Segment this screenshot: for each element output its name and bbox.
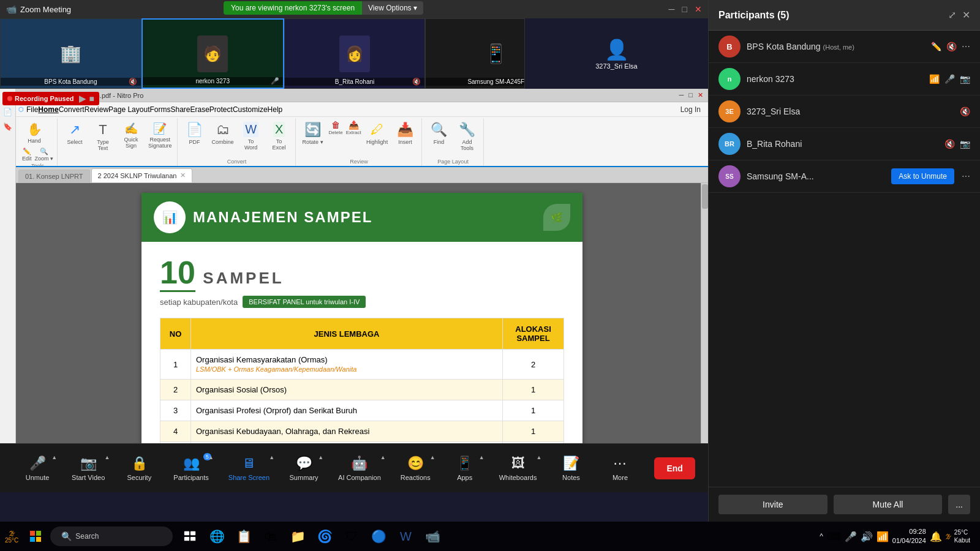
start-button[interactable] bbox=[23, 527, 48, 546]
ribbon-btn-insert[interactable]: 📥 Insert bbox=[392, 119, 419, 148]
taskbar-search-box[interactable]: 🔍 Search bbox=[50, 527, 173, 546]
taskbar-icon-word[interactable]: W bbox=[393, 524, 418, 549]
tray-mic[interactable]: 🎤 bbox=[845, 531, 857, 542]
participants-caret[interactable]: ▲ bbox=[208, 454, 214, 460]
maximize-button[interactable]: □ bbox=[682, 4, 687, 14]
menu-convert[interactable]: Convert bbox=[59, 105, 85, 114]
ribbon-btn-select[interactable]: ↗ Select bbox=[61, 119, 88, 148]
nitro-maximize[interactable]: □ bbox=[688, 91, 693, 99]
zoom-tool-security[interactable]: 🔒 Security bbox=[115, 451, 164, 486]
ribbon-btn-hand[interactable]: ✋ Hand bbox=[21, 119, 48, 146]
zoom-tool-share[interactable]: 🖥 Share Screen ▲ bbox=[219, 451, 279, 486]
apps-caret[interactable]: ▲ bbox=[479, 454, 484, 460]
ribbon-btn-toexcel[interactable]: X ToExcel bbox=[266, 119, 293, 153]
ai-caret[interactable]: ▲ bbox=[380, 454, 386, 460]
tab-konsep[interactable]: 01. Konsep LNPRT bbox=[18, 170, 90, 182]
taskbar-icon-teams[interactable]: 📋 bbox=[232, 524, 256, 549]
zoom-tool-notes[interactable]: 📝 Notes bbox=[546, 451, 595, 486]
ribbon-btn-rotate[interactable]: 🔄 Rotate ▾ bbox=[300, 119, 326, 148]
ribbon-btn-quicksign[interactable]: ✍ QuickSign bbox=[118, 119, 145, 151]
share-caret[interactable]: ▲ bbox=[269, 454, 274, 460]
menu-help[interactable]: Help bbox=[268, 105, 283, 114]
video-thumb-bps[interactable]: 🏢 BPS Kota Bandung 🔇 bbox=[0, 18, 141, 89]
ribbon-btn-pdf[interactable]: 📄 PDF bbox=[181, 119, 208, 148]
nitro-close[interactable]: ✕ bbox=[698, 91, 703, 99]
more-icon-bps[interactable]: ⋯ bbox=[962, 42, 970, 51]
taskbar-icon-antivirus[interactable]: 🛡 bbox=[339, 524, 364, 549]
reactions-caret[interactable]: ▲ bbox=[430, 454, 435, 460]
menu-home[interactable]: Home bbox=[38, 105, 58, 114]
tab-sklnp-close[interactable]: ✕ bbox=[180, 171, 186, 179]
pdf-viewer[interactable]: 📊 MANAJEMEN SAMPEL 🌿 10 SAMPEL setiap ka… bbox=[16, 183, 708, 457]
participant-elsa[interactable]: 3E 3273_Sri Elsa 🔇 bbox=[709, 96, 980, 128]
taskbar-icon-store[interactable]: 🛍 bbox=[258, 524, 283, 549]
ribbon-btn-combine[interactable]: 🗂 Combine bbox=[209, 119, 236, 148]
ribbon-btn-zoom[interactable]: 🔍 Zoom ▾ bbox=[34, 146, 55, 163]
tray-keyboard[interactable]: ⌨ bbox=[827, 531, 841, 542]
zoom-tool-participants[interactable]: 👥 Participants 5 ▲ bbox=[164, 451, 218, 486]
zoom-tool-apps[interactable]: 📱 Apps ▲ bbox=[440, 451, 489, 486]
ask-unmute-btn[interactable]: Ask to Unmute bbox=[891, 168, 954, 184]
tray-volume[interactable]: 🔊 bbox=[861, 531, 873, 542]
participant-brita[interactable]: BR B_Rita Rohani 🔇 📷 bbox=[709, 128, 980, 160]
ribbon-btn-find[interactable]: 🔍 Find bbox=[426, 119, 453, 148]
zoom-tool-video[interactable]: 📷 Start Video ▲ bbox=[62, 451, 115, 486]
zoom-tool-ai[interactable]: 🤖 AI Companion ▲ bbox=[328, 451, 391, 486]
end-meeting-button[interactable]: End bbox=[654, 457, 695, 479]
zoom-tool-whiteboards[interactable]: 🖼 Whiteboards ▲ bbox=[489, 451, 547, 486]
zoom-tool-summary[interactable]: 💬 Summary ▲ bbox=[279, 451, 328, 486]
nitro-minimize[interactable]: ─ bbox=[679, 91, 684, 99]
taskbar-icon-explorer[interactable]: 📁 bbox=[285, 524, 310, 549]
ribbon-btn-delete[interactable]: 🗑 Delete bbox=[328, 119, 344, 136]
invite-button[interactable]: Invite bbox=[718, 495, 827, 514]
zoom-tool-reactions[interactable]: 😊 Reactions ▲ bbox=[391, 451, 440, 486]
mute-all-button[interactable]: Mute All bbox=[834, 495, 943, 514]
video-thumb-nerkon[interactable]: 🧑 nerkon 3273 🎤 bbox=[141, 18, 284, 89]
menu-customize[interactable]: Customize bbox=[233, 105, 268, 114]
ribbon-btn-highlight[interactable]: 🖊 Highlight bbox=[364, 119, 391, 148]
tray-expand[interactable]: ^ bbox=[820, 532, 823, 541]
menu-erase[interactable]: Erase bbox=[190, 105, 209, 114]
video-caret[interactable]: ▲ bbox=[104, 454, 110, 460]
datetime-display[interactable]: 09:28 01/04/2024 bbox=[892, 527, 926, 546]
summary-caret[interactable]: ▲ bbox=[318, 454, 323, 460]
tray-network[interactable]: 📶 bbox=[876, 531, 889, 542]
zoom-tool-unmute[interactable]: 🎤 Unmute ▲ bbox=[13, 451, 62, 486]
video-thumb-brita[interactable]: 👩 B_Rita Rohani 🔇 bbox=[284, 18, 426, 89]
view-options-btn[interactable]: View Options ▾ bbox=[362, 1, 423, 15]
menu-protect[interactable]: Protect bbox=[209, 105, 233, 114]
ribbon-btn-addtools[interactable]: 🔧 AddTools bbox=[454, 119, 481, 154]
ribbon-btn-typetext[interactable]: T TypeText bbox=[89, 119, 116, 154]
taskbar-icon-chrome[interactable]: 🔵 bbox=[366, 524, 391, 549]
whiteboards-caret[interactable]: ▲ bbox=[537, 454, 542, 460]
menu-file[interactable]: File bbox=[26, 105, 38, 114]
ribbon-btn-edit[interactable]: ✏️ Edit bbox=[21, 146, 33, 163]
more-icon-samsung[interactable]: ⋯ bbox=[962, 171, 970, 181]
panel-close-btn[interactable]: ✕ bbox=[962, 9, 970, 21]
more-options-button[interactable]: ... bbox=[948, 495, 970, 514]
sidebar-bookmark-tool[interactable]: 🔖 bbox=[2, 121, 14, 133]
ribbon-btn-reqsig[interactable]: 📝 RequestSignature bbox=[146, 119, 175, 151]
panel-expand-btn[interactable]: ⤢ bbox=[948, 9, 956, 21]
tray-notifications[interactable]: 🔔 bbox=[930, 531, 942, 542]
unmute-caret[interactable]: ▲ bbox=[51, 454, 57, 460]
menu-review[interactable]: Review bbox=[85, 105, 108, 114]
ribbon-btn-toword[interactable]: W ToWord bbox=[238, 119, 265, 153]
menu-login[interactable]: Log In bbox=[676, 105, 706, 114]
minimize-button[interactable]: ─ bbox=[669, 4, 675, 14]
participant-samsung[interactable]: SS Samsung SM-A... Ask to Unmute ⋯ bbox=[709, 160, 980, 193]
scroll-bar[interactable] bbox=[701, 183, 708, 457]
weather-widget[interactable]: 🌫 25°C bbox=[5, 530, 18, 544]
taskbar-icon-edge[interactable]: 🌀 bbox=[312, 524, 337, 549]
taskbar-icon-taskview[interactable] bbox=[178, 524, 202, 549]
ribbon-btn-extract[interactable]: 📤 Extract bbox=[345, 119, 363, 136]
edit-icon-bps[interactable]: ✏️ bbox=[931, 42, 941, 51]
menu-page-layout[interactable]: Page Layout bbox=[108, 105, 149, 114]
close-button[interactable]: ✕ bbox=[695, 4, 702, 14]
sidebar-page-tool[interactable]: 📄 bbox=[2, 106, 14, 118]
participant-bps[interactable]: B BPS Kota Bandung (Host, me) ✏️ 🔇 ⋯ bbox=[709, 31, 980, 63]
taskbar-icon-zoom-app[interactable]: 📹 bbox=[420, 524, 445, 549]
participant-nerkon[interactable]: n nerkon 3273 📶 🎤 📷 bbox=[709, 63, 980, 96]
scroll-thumb[interactable] bbox=[702, 184, 708, 209]
taskbar-icon-browser[interactable]: 🌐 bbox=[205, 524, 229, 549]
